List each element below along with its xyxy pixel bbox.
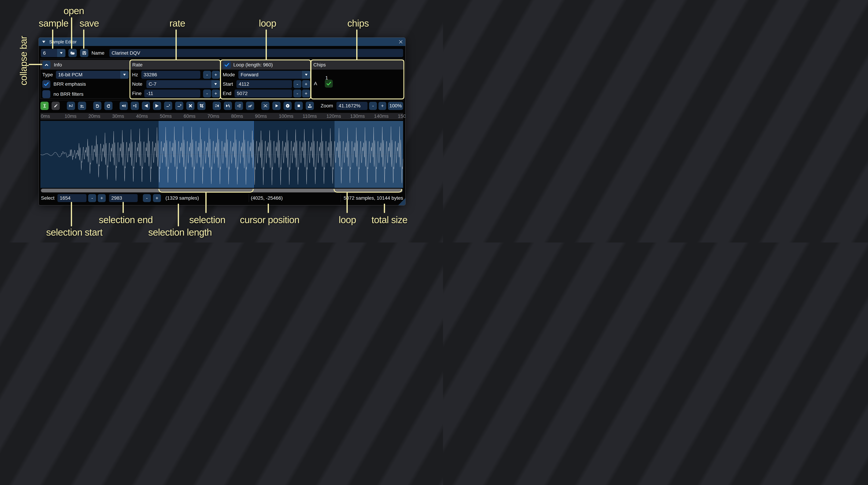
crop-trim-icon [199, 103, 204, 108]
caret-down-icon [60, 52, 63, 54]
open-sample-button[interactable] [68, 49, 77, 57]
save-sample-button[interactable] [80, 49, 88, 57]
type-combo-caret-icon[interactable] [120, 71, 129, 79]
delete-button[interactable] [186, 102, 194, 110]
undo-button[interactable] [93, 102, 101, 110]
separator [249, 194, 249, 202]
preview-sample-button[interactable] [272, 102, 281, 110]
window-collapse-icon[interactable] [42, 41, 45, 43]
selection-length-text: (1329 samples) [165, 194, 199, 202]
ruler-label: 140ms [374, 113, 389, 120]
pointer-line-save [83, 30, 84, 49]
fade-out-button[interactable] [153, 102, 161, 110]
titlebar[interactable]: Sample Editor [39, 38, 405, 46]
normalize-button[interactable] [131, 102, 139, 110]
zoom-out-button[interactable]: - [369, 102, 377, 110]
stop-preview-button[interactable] [294, 102, 303, 110]
ruler-label: 80ms [231, 113, 243, 120]
create-instrument-button[interactable] [306, 102, 314, 110]
time-ruler[interactable]: 0ms10ms20ms30ms40ms50ms60ms70ms80ms90ms1… [40, 113, 403, 120]
ruler-label: 50ms [160, 113, 172, 120]
collapse-bar-button[interactable] [42, 61, 51, 69]
name-label: Name [92, 50, 104, 56]
signed-unsigned-button[interactable] [235, 102, 243, 110]
no-brr-filters-label: no BRR filters [54, 91, 84, 97]
fade-in-button[interactable] [142, 102, 150, 110]
selection-end-input[interactable]: 2983 [109, 194, 138, 202]
insert-silence-button[interactable] [164, 102, 172, 110]
info-panel: Info Type 16-bit PCM BRR emphasis no BRR… [40, 60, 130, 98]
window-resize-grip[interactable] [398, 198, 405, 205]
cursor-position-text: (4025, -25466) [251, 194, 283, 202]
invert-button[interactable] [224, 102, 232, 110]
annotation-chips: chips [347, 18, 369, 28]
selection-end-increase-button[interactable]: + [153, 194, 161, 202]
edit-draw-button[interactable] [52, 102, 60, 110]
fade-out-icon [155, 103, 159, 108]
amplify-button[interactable] [120, 102, 128, 110]
reverse-button[interactable] [213, 102, 221, 110]
brr-emphasis-checkbox[interactable] [42, 80, 50, 88]
selection-start-increase-button[interactable]: + [98, 194, 106, 202]
floppy-disk-icon [82, 51, 87, 55]
waveform-view[interactable] [40, 121, 403, 188]
pointer-line-selection-length [178, 204, 179, 226]
selection-start-input[interactable]: 1654 [58, 194, 87, 202]
caret-down-icon [123, 73, 126, 76]
ruler-label: 30ms [112, 113, 124, 120]
annotation-cursor-position: cursor position [240, 215, 300, 225]
no-brr-filters-checkbox[interactable] [42, 90, 50, 98]
pointer-line-chips [356, 30, 358, 60]
ruler-label: 100ms [279, 113, 293, 120]
pointer-line-total-size [384, 204, 385, 213]
close-icon[interactable] [399, 40, 403, 44]
normalize-wave-icon [132, 103, 137, 108]
apply-silence-button[interactable] [175, 102, 183, 110]
crossfade-loop-points-button[interactable] [261, 102, 270, 110]
preview-selection-button[interactable] [283, 102, 292, 110]
resample-button[interactable] [78, 102, 86, 110]
pointer-line-selection-end [123, 202, 124, 213]
waveform-plot [40, 121, 403, 188]
type-combo[interactable]: 16-bit PCM [56, 71, 129, 79]
zoom-reset-button[interactable]: 100% [388, 102, 403, 110]
selection-end-decrease-button[interactable]: - [143, 194, 151, 202]
redo-button[interactable] [104, 102, 113, 110]
delete-x-icon [188, 103, 193, 108]
edit-select-button[interactable] [40, 102, 49, 110]
pointer-line-open [71, 18, 72, 49]
i-beam-cursor-icon [42, 103, 47, 108]
ruler-label: 70ms [208, 113, 219, 120]
sample-selector[interactable]: 6 [41, 49, 65, 57]
ruler-label: 40ms [136, 113, 148, 120]
selection-start-decrease-button[interactable]: - [88, 194, 96, 202]
redo-arrow-icon [106, 103, 111, 108]
ruler-label: 130ms [350, 113, 365, 120]
annotation-sample: sample [39, 18, 68, 28]
separator [40, 100, 404, 100]
info-header: Info [54, 62, 62, 68]
apply-filter-button[interactable] [246, 102, 254, 110]
sample-selector-caret-icon[interactable] [57, 49, 65, 57]
annotation-selection-start: selection start [46, 227, 102, 237]
pointer-line-sample [52, 30, 53, 49]
zoom-input[interactable]: 41.1672% [336, 102, 368, 110]
highlight-outline-chips [311, 60, 404, 99]
zoom-in-button[interactable]: + [378, 102, 386, 110]
name-input[interactable]: Clarinet DQV [110, 49, 403, 57]
ruler-label: 20ms [88, 113, 100, 120]
resize-button[interactable] [67, 102, 75, 110]
sample-selector-value: 6 [41, 49, 57, 57]
fade-in-icon [144, 103, 148, 108]
pointer-line-loop [266, 30, 267, 60]
highlight-outline-rate [129, 60, 221, 99]
loop-bracket [334, 189, 402, 193]
total-size-text: 5072 samples, 10144 bytes [344, 194, 403, 202]
reverse-wave-icon [214, 103, 219, 108]
sample-toolbar: Zoom 41.1672% - + 100% [40, 102, 403, 110]
window-title: Sample Editor [49, 39, 76, 44]
insert-silence-icon [166, 103, 170, 108]
ruler-label: 90ms [255, 113, 267, 120]
trim-button[interactable] [197, 102, 206, 110]
upload-tray-icon [307, 103, 312, 108]
